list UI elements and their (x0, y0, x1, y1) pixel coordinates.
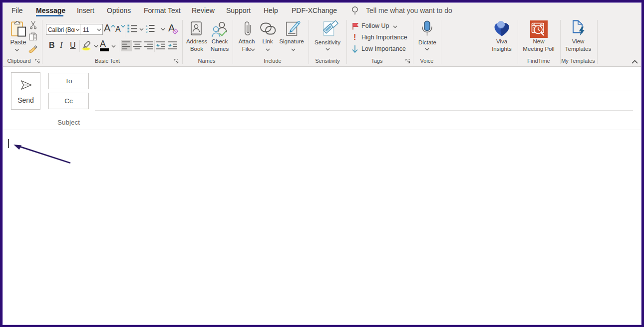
svg-text:3: 3 (146, 30, 148, 33)
